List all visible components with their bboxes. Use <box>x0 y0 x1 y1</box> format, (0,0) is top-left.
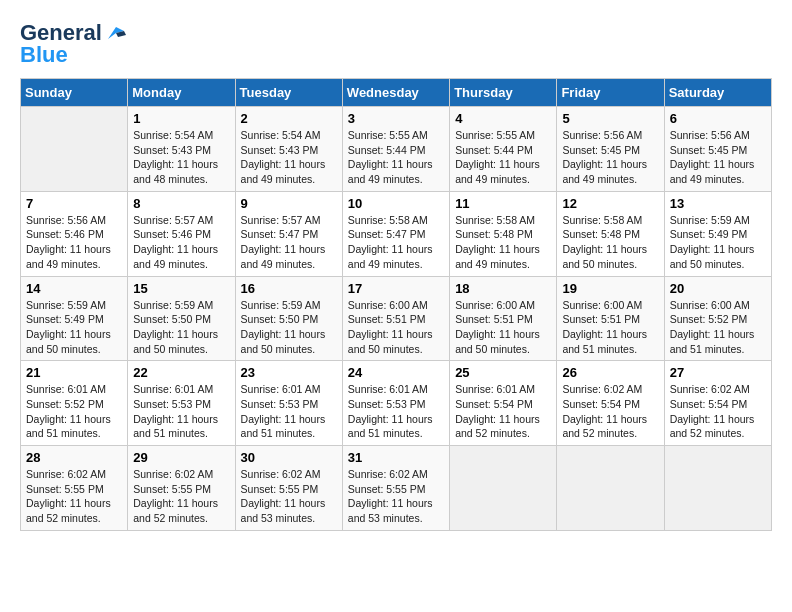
calendar-cell: 15Sunrise: 5:59 AM Sunset: 5:50 PM Dayli… <box>128 276 235 361</box>
calendar-cell: 11Sunrise: 5:58 AM Sunset: 5:48 PM Dayli… <box>450 191 557 276</box>
day-info: Sunrise: 5:56 AM Sunset: 5:45 PM Dayligh… <box>562 128 658 187</box>
day-number: 13 <box>670 196 766 211</box>
calendar-cell: 1Sunrise: 5:54 AM Sunset: 5:43 PM Daylig… <box>128 107 235 192</box>
day-info: Sunrise: 6:02 AM Sunset: 5:55 PM Dayligh… <box>241 467 337 526</box>
calendar-table: SundayMondayTuesdayWednesdayThursdayFrid… <box>20 78 772 531</box>
calendar-cell: 28Sunrise: 6:02 AM Sunset: 5:55 PM Dayli… <box>21 446 128 531</box>
calendar-cell: 16Sunrise: 5:59 AM Sunset: 5:50 PM Dayli… <box>235 276 342 361</box>
header-row: SundayMondayTuesdayWednesdayThursdayFrid… <box>21 79 772 107</box>
day-number: 25 <box>455 365 551 380</box>
day-info: Sunrise: 5:55 AM Sunset: 5:44 PM Dayligh… <box>348 128 444 187</box>
day-info: Sunrise: 6:00 AM Sunset: 5:51 PM Dayligh… <box>562 298 658 357</box>
day-number: 21 <box>26 365 122 380</box>
calendar-cell: 22Sunrise: 6:01 AM Sunset: 5:53 PM Dayli… <box>128 361 235 446</box>
day-info: Sunrise: 5:54 AM Sunset: 5:43 PM Dayligh… <box>241 128 337 187</box>
header-cell-tuesday: Tuesday <box>235 79 342 107</box>
calendar-cell: 10Sunrise: 5:58 AM Sunset: 5:47 PM Dayli… <box>342 191 449 276</box>
day-number: 15 <box>133 281 229 296</box>
calendar-cell: 3Sunrise: 5:55 AM Sunset: 5:44 PM Daylig… <box>342 107 449 192</box>
day-info: Sunrise: 5:57 AM Sunset: 5:46 PM Dayligh… <box>133 213 229 272</box>
day-number: 9 <box>241 196 337 211</box>
day-info: Sunrise: 5:56 AM Sunset: 5:45 PM Dayligh… <box>670 128 766 187</box>
day-number: 12 <box>562 196 658 211</box>
header-cell-wednesday: Wednesday <box>342 79 449 107</box>
calendar-cell: 2Sunrise: 5:54 AM Sunset: 5:43 PM Daylig… <box>235 107 342 192</box>
day-info: Sunrise: 6:01 AM Sunset: 5:52 PM Dayligh… <box>26 382 122 441</box>
page-header: General Blue <box>20 20 772 68</box>
day-info: Sunrise: 5:58 AM Sunset: 5:47 PM Dayligh… <box>348 213 444 272</box>
day-number: 16 <box>241 281 337 296</box>
day-info: Sunrise: 5:59 AM Sunset: 5:50 PM Dayligh… <box>241 298 337 357</box>
day-info: Sunrise: 5:57 AM Sunset: 5:47 PM Dayligh… <box>241 213 337 272</box>
day-number: 26 <box>562 365 658 380</box>
day-number: 20 <box>670 281 766 296</box>
calendar-cell <box>450 446 557 531</box>
calendar-cell: 20Sunrise: 6:00 AM Sunset: 5:52 PM Dayli… <box>664 276 771 361</box>
calendar-week-5: 28Sunrise: 6:02 AM Sunset: 5:55 PM Dayli… <box>21 446 772 531</box>
calendar-cell: 19Sunrise: 6:00 AM Sunset: 5:51 PM Dayli… <box>557 276 664 361</box>
calendar-cell: 24Sunrise: 6:01 AM Sunset: 5:53 PM Dayli… <box>342 361 449 446</box>
day-info: Sunrise: 6:01 AM Sunset: 5:53 PM Dayligh… <box>241 382 337 441</box>
calendar-cell: 25Sunrise: 6:01 AM Sunset: 5:54 PM Dayli… <box>450 361 557 446</box>
calendar-cell: 14Sunrise: 5:59 AM Sunset: 5:49 PM Dayli… <box>21 276 128 361</box>
day-info: Sunrise: 6:02 AM Sunset: 5:54 PM Dayligh… <box>670 382 766 441</box>
calendar-cell: 18Sunrise: 6:00 AM Sunset: 5:51 PM Dayli… <box>450 276 557 361</box>
day-number: 31 <box>348 450 444 465</box>
calendar-cell: 29Sunrise: 6:02 AM Sunset: 5:55 PM Dayli… <box>128 446 235 531</box>
logo-bird-icon <box>104 25 126 41</box>
calendar-cell: 13Sunrise: 5:59 AM Sunset: 5:49 PM Dayli… <box>664 191 771 276</box>
calendar-cell: 6Sunrise: 5:56 AM Sunset: 5:45 PM Daylig… <box>664 107 771 192</box>
calendar-cell: 9Sunrise: 5:57 AM Sunset: 5:47 PM Daylig… <box>235 191 342 276</box>
day-info: Sunrise: 6:02 AM Sunset: 5:55 PM Dayligh… <box>133 467 229 526</box>
day-number: 1 <box>133 111 229 126</box>
calendar-cell: 27Sunrise: 6:02 AM Sunset: 5:54 PM Dayli… <box>664 361 771 446</box>
day-number: 27 <box>670 365 766 380</box>
day-info: Sunrise: 5:56 AM Sunset: 5:46 PM Dayligh… <box>26 213 122 272</box>
logo: General Blue <box>20 20 126 68</box>
day-info: Sunrise: 6:00 AM Sunset: 5:51 PM Dayligh… <box>455 298 551 357</box>
day-number: 14 <box>26 281 122 296</box>
day-info: Sunrise: 6:02 AM Sunset: 5:55 PM Dayligh… <box>348 467 444 526</box>
day-number: 24 <box>348 365 444 380</box>
calendar-cell: 17Sunrise: 6:00 AM Sunset: 5:51 PM Dayli… <box>342 276 449 361</box>
calendar-cell: 30Sunrise: 6:02 AM Sunset: 5:55 PM Dayli… <box>235 446 342 531</box>
day-info: Sunrise: 6:00 AM Sunset: 5:52 PM Dayligh… <box>670 298 766 357</box>
calendar-header: SundayMondayTuesdayWednesdayThursdayFrid… <box>21 79 772 107</box>
day-info: Sunrise: 6:01 AM Sunset: 5:53 PM Dayligh… <box>348 382 444 441</box>
day-number: 6 <box>670 111 766 126</box>
logo-blue: Blue <box>20 42 68 68</box>
calendar-cell <box>664 446 771 531</box>
day-number: 2 <box>241 111 337 126</box>
day-number: 3 <box>348 111 444 126</box>
day-number: 17 <box>348 281 444 296</box>
day-info: Sunrise: 6:01 AM Sunset: 5:53 PM Dayligh… <box>133 382 229 441</box>
day-info: Sunrise: 5:55 AM Sunset: 5:44 PM Dayligh… <box>455 128 551 187</box>
day-info: Sunrise: 5:59 AM Sunset: 5:49 PM Dayligh… <box>670 213 766 272</box>
header-cell-thursday: Thursday <box>450 79 557 107</box>
day-number: 4 <box>455 111 551 126</box>
day-number: 28 <box>26 450 122 465</box>
day-number: 5 <box>562 111 658 126</box>
day-info: Sunrise: 6:02 AM Sunset: 5:54 PM Dayligh… <box>562 382 658 441</box>
day-number: 8 <box>133 196 229 211</box>
day-info: Sunrise: 5:59 AM Sunset: 5:50 PM Dayligh… <box>133 298 229 357</box>
day-info: Sunrise: 5:58 AM Sunset: 5:48 PM Dayligh… <box>455 213 551 272</box>
day-info: Sunrise: 5:54 AM Sunset: 5:43 PM Dayligh… <box>133 128 229 187</box>
calendar-cell: 5Sunrise: 5:56 AM Sunset: 5:45 PM Daylig… <box>557 107 664 192</box>
calendar-cell: 8Sunrise: 5:57 AM Sunset: 5:46 PM Daylig… <box>128 191 235 276</box>
calendar-cell <box>21 107 128 192</box>
calendar-cell: 4Sunrise: 5:55 AM Sunset: 5:44 PM Daylig… <box>450 107 557 192</box>
day-info: Sunrise: 5:58 AM Sunset: 5:48 PM Dayligh… <box>562 213 658 272</box>
header-cell-saturday: Saturday <box>664 79 771 107</box>
calendar-cell <box>557 446 664 531</box>
calendar-body: 1Sunrise: 5:54 AM Sunset: 5:43 PM Daylig… <box>21 107 772 531</box>
header-cell-friday: Friday <box>557 79 664 107</box>
calendar-cell: 23Sunrise: 6:01 AM Sunset: 5:53 PM Dayli… <box>235 361 342 446</box>
day-number: 10 <box>348 196 444 211</box>
day-info: Sunrise: 5:59 AM Sunset: 5:49 PM Dayligh… <box>26 298 122 357</box>
calendar-week-2: 7Sunrise: 5:56 AM Sunset: 5:46 PM Daylig… <box>21 191 772 276</box>
day-number: 23 <box>241 365 337 380</box>
header-cell-sunday: Sunday <box>21 79 128 107</box>
day-number: 29 <box>133 450 229 465</box>
calendar-week-4: 21Sunrise: 6:01 AM Sunset: 5:52 PM Dayli… <box>21 361 772 446</box>
